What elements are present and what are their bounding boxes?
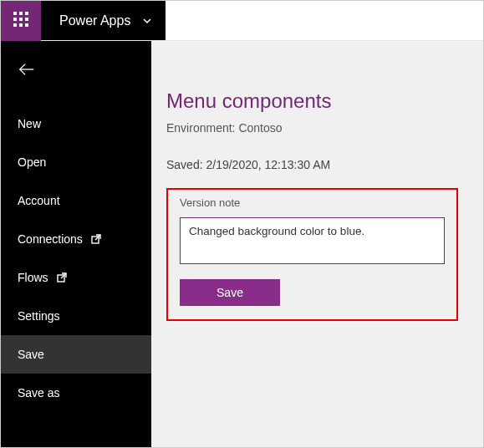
back-arrow-icon: [18, 60, 36, 82]
saved-prefix: Saved:: [166, 158, 206, 171]
sidebar-item-label: Account: [18, 194, 60, 207]
sidebar-item-label: Flows: [18, 271, 48, 284]
page-title: Menu components: [166, 89, 458, 113]
sidebar-item-label: Connections: [18, 232, 83, 246]
sidebar-item-save[interactable]: Save: [1, 335, 151, 374]
top-bar-spacer: [166, 1, 483, 40]
body: New Open Account Connections Flows: [1, 41, 483, 447]
top-bar: Power Apps: [1, 1, 483, 41]
app-name-dropdown[interactable]: Power Apps: [41, 1, 166, 40]
sidebar-item-label: New: [18, 117, 41, 130]
app-launcher-button[interactable]: [1, 1, 41, 41]
saved-line: Saved: 2/19/2020, 12:13:30 AM: [166, 158, 458, 171]
app-name-label: Power Apps: [59, 13, 130, 28]
svg-rect-1: [19, 12, 23, 15]
sidebar-item-settings[interactable]: Settings: [1, 297, 151, 335]
external-link-icon: [57, 272, 67, 283]
sidebar-item-label: Settings: [18, 309, 60, 323]
environment-line: Environment: Contoso: [166, 121, 458, 135]
save-button[interactable]: Save: [180, 279, 280, 306]
sidebar: New Open Account Connections Flows: [1, 41, 151, 447]
back-button[interactable]: [1, 53, 151, 89]
svg-rect-5: [25, 18, 28, 21]
environment-prefix: Environment:: [166, 121, 238, 135]
chevron-down-icon: [142, 16, 152, 26]
svg-rect-3: [13, 18, 17, 21]
external-link-icon: [91, 234, 101, 244]
saved-timestamp: 2/19/2020, 12:13:30 AM: [206, 158, 330, 171]
sidebar-item-label: Open: [18, 155, 46, 169]
svg-rect-7: [19, 23, 23, 27]
svg-rect-4: [19, 18, 23, 21]
sidebar-item-label: Save: [18, 348, 44, 361]
svg-rect-0: [13, 12, 17, 15]
svg-rect-6: [13, 23, 17, 27]
svg-line-11: [95, 235, 100, 240]
sidebar-item-account[interactable]: Account: [1, 181, 151, 220]
svg-rect-2: [25, 12, 28, 15]
main-panel: Menu components Environment: Contoso Sav…: [151, 41, 483, 447]
sidebar-item-label: Save as: [18, 386, 60, 400]
app-window: Power Apps New Open Account C: [0, 0, 484, 448]
waffle-icon: [13, 12, 28, 30]
version-note-label: Version note: [180, 196, 445, 209]
sidebar-item-open[interactable]: Open: [1, 143, 151, 181]
svg-line-13: [61, 273, 66, 278]
sidebar-item-new[interactable]: New: [1, 104, 151, 143]
version-note-input[interactable]: Changed background color to blue.: [180, 217, 445, 264]
sidebar-item-flows[interactable]: Flows: [1, 258, 151, 297]
version-note-highlight: Version note Changed background color to…: [166, 188, 458, 321]
environment-name: Contoso: [238, 121, 282, 135]
svg-rect-8: [25, 23, 28, 27]
sidebar-item-save-as[interactable]: Save as: [1, 374, 151, 412]
sidebar-item-connections[interactable]: Connections: [1, 220, 151, 258]
